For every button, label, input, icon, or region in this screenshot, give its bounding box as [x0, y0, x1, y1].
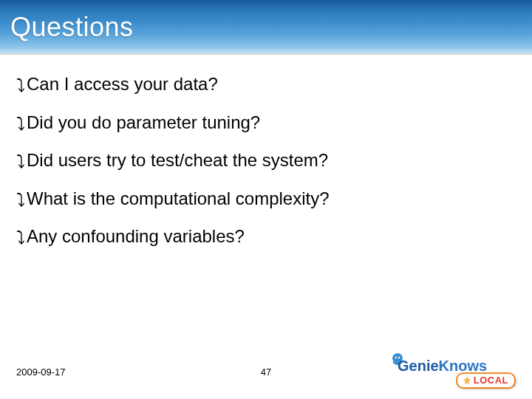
bullet-text: Did you do parameter tuning?	[27, 112, 260, 133]
logo: GenieKnows LOCAL	[398, 355, 516, 389]
star-icon	[462, 375, 472, 386]
list-item: ⤵ Did you do parameter tuning?	[16, 112, 516, 133]
svg-point-1	[395, 357, 397, 358]
bullet-icon: ⤵	[16, 115, 25, 133]
title-bar: Questions	[0, 0, 532, 55]
bullet-icon: ⤵	[16, 153, 25, 171]
list-item: ⤵ What is the computational complexity?	[16, 188, 516, 209]
logo-word-1: Genie	[398, 358, 439, 374]
bullet-text: Can I access your data?	[27, 74, 218, 95]
footer: 2009-09-17 47 GenieKnows LOCAL	[0, 355, 532, 392]
bullet-text: What is the computational complexity?	[27, 188, 330, 209]
bullet-icon: ⤵	[16, 77, 25, 95]
bullet-text: Any confounding variables?	[27, 226, 245, 247]
list-item: ⤵ Did users try to test/cheat the system…	[16, 150, 516, 171]
footer-date: 2009-09-17	[16, 366, 66, 378]
slide-title: Questions	[10, 12, 134, 43]
bullet-text: Did users try to test/cheat the system?	[27, 150, 328, 171]
list-item: ⤵ Any confounding variables?	[16, 226, 516, 247]
bullet-icon: ⤵	[16, 229, 25, 247]
footer-page-number: 47	[261, 366, 271, 378]
logo-word-2: Knows	[439, 358, 488, 374]
content-area: ⤵ Can I access your data? ⤵ Did you do p…	[0, 55, 532, 247]
list-item: ⤵ Can I access your data?	[16, 74, 516, 95]
logo-local-text: LOCAL	[474, 375, 508, 386]
bullet-icon: ⤵	[16, 191, 25, 209]
logo-local-badge: LOCAL	[456, 372, 516, 389]
